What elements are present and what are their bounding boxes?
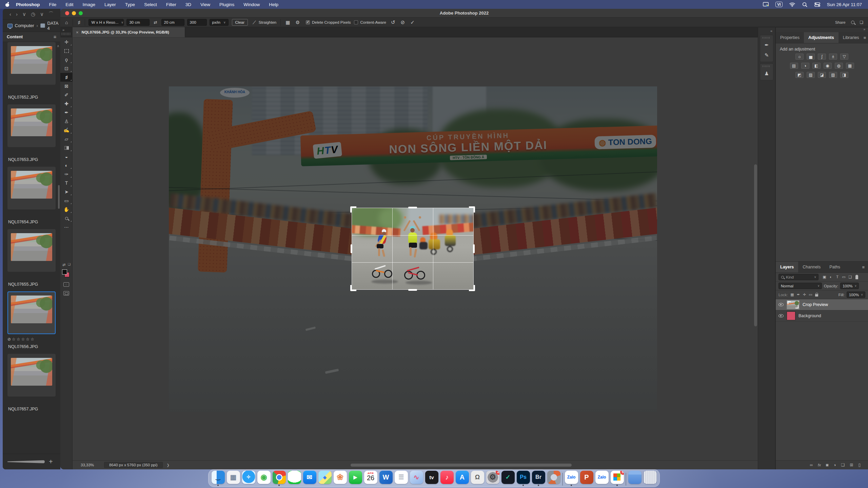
- tool-button[interactable]: ✐: [60, 90, 73, 99]
- crop-handle-top[interactable]: [408, 207, 417, 208]
- panel-tab[interactable]: Layers: [776, 262, 798, 272]
- menu-app-name[interactable]: Photoshop: [16, 2, 40, 7]
- dock-icon[interactable]: ‿: [211, 470, 225, 486]
- panel-tab[interactable]: Channels: [798, 262, 825, 272]
- layers-footer-icon[interactable]: ◙: [826, 463, 828, 467]
- adjustment-icon[interactable]: ◪: [818, 72, 826, 78]
- dock-icon[interactable]: [288, 470, 301, 486]
- document-tab[interactable]: × NQL07656.JPG @ 33,3% (Crop Preview, RG…: [73, 27, 185, 37]
- dock-icon[interactable]: ◆: [318, 470, 332, 486]
- panel-tab[interactable]: Libraries: [839, 32, 864, 43]
- layer-visibility-eye-icon[interactable]: [778, 314, 784, 318]
- dock-icon[interactable]: [628, 470, 642, 486]
- brush-settings-panel-icon[interactable]: ✒: [760, 40, 773, 50]
- layer-filter-icon[interactable]: ❑: [848, 275, 853, 279]
- rating-row[interactable]: [7, 87, 56, 93]
- adjustment-icon[interactable]: ▽: [840, 54, 848, 60]
- layers-footer-icon[interactable]: fx: [818, 463, 821, 467]
- swap-colors-icon[interactable]: ⇄: [62, 263, 65, 267]
- expand-panels-icon[interactable]: «: [758, 27, 775, 34]
- list-item[interactable]: NQL07655.JPG: [3, 229, 60, 287]
- panel-menu-icon[interactable]: ≡: [54, 34, 56, 40]
- close-document-icon[interactable]: ×: [76, 30, 79, 35]
- layer-filter-icon[interactable]: ▭: [841, 275, 846, 279]
- crop-handle-bottom[interactable]: [408, 289, 417, 291]
- adjustment-icon[interactable]: ◉: [824, 63, 832, 69]
- menu-item[interactable]: Window: [243, 2, 260, 7]
- resolution-unit-select[interactable]: px/in∨: [210, 19, 229, 26]
- delete-cropped-pixels-checkbox[interactable]: [306, 20, 310, 24]
- workspace-switcher-icon[interactable]: ❏: [860, 20, 863, 25]
- tool-button[interactable]: ▭: [60, 196, 73, 205]
- crop-handle-left[interactable]: [351, 244, 352, 253]
- adjustment-icon[interactable]: ◑: [801, 63, 809, 69]
- adjustment-icon[interactable]: ◍: [835, 63, 843, 69]
- dock-icon[interactable]: tv: [425, 470, 438, 486]
- foreground-color-swatch[interactable]: [62, 269, 67, 274]
- list-item[interactable]: NQL07653.JPG: [3, 104, 60, 162]
- menu-item[interactable]: Type: [125, 2, 135, 7]
- dock-icon[interactable]: ▦: [226, 470, 240, 486]
- zoom-level-field[interactable]: 33,33%: [81, 463, 94, 467]
- swap-dimensions-icon[interactable]: ⇄: [154, 20, 157, 24]
- tool-button[interactable]: ⊡: [60, 64, 73, 73]
- tool-button[interactable]: ▱: [60, 135, 73, 143]
- crop-tool-preset-icon[interactable]: ♯: [78, 20, 80, 25]
- list-item[interactable]: NQL07654.JPG: [3, 167, 60, 224]
- thumbnail-size-slider[interactable]: [7, 460, 45, 463]
- dock-icon[interactable]: APR 26: [364, 470, 377, 486]
- layer-filter-icon[interactable]: ▣: [822, 275, 827, 279]
- crop-preset-select[interactable]: W x H x Reso...∨: [88, 19, 124, 26]
- tool-button[interactable]: ➤: [60, 187, 73, 196]
- default-colors-icon[interactable]: ❏: [68, 263, 71, 266]
- bridge-toolbar-icon[interactable]: ◷: [31, 11, 35, 17]
- dock-icon[interactable]: ∿: [410, 470, 423, 486]
- crop-handle-right[interactable]: [473, 244, 475, 253]
- dock-icon[interactable]: Ω: [471, 470, 484, 486]
- dock-icon[interactable]: Ps: [516, 470, 530, 486]
- lock-icon[interactable]: ▭: [808, 292, 813, 297]
- brushes-panel-icon[interactable]: ✎: [760, 50, 773, 60]
- dock-icon[interactable]: ❀: [333, 470, 347, 486]
- crop-handle-top-left[interactable]: [350, 206, 356, 212]
- tool-button[interactable]: [60, 214, 73, 223]
- adjustment-icon[interactable]: ʃ: [818, 54, 826, 60]
- list-item[interactable]: ⊘☆☆☆☆☆ NQL07656.JPG: [3, 291, 60, 349]
- menu-clock[interactable]: Sun 26 Apr 11:07: [827, 2, 862, 7]
- layer-row[interactable]: Background: [776, 310, 868, 322]
- panel-tab[interactable]: Properties: [776, 32, 804, 43]
- cancel-crop-icon[interactable]: ⊘: [401, 20, 405, 25]
- straighten-label[interactable]: Straighten: [259, 20, 276, 24]
- horizontal-scrollbar[interactable]: [351, 464, 572, 467]
- tool-button[interactable]: T: [60, 179, 73, 187]
- dock-icon[interactable]: A: [455, 470, 469, 486]
- search-icon[interactable]: [802, 2, 808, 7]
- layers-footer-icon[interactable]: ❏: [841, 463, 845, 467]
- adjustment-icon[interactable]: ±: [829, 54, 837, 60]
- clear-button[interactable]: Clear: [232, 19, 248, 26]
- rating-row[interactable]: [7, 399, 56, 405]
- opacity-select[interactable]: 100%∨: [840, 283, 859, 289]
- adjustment-icon[interactable]: ◧: [812, 63, 821, 69]
- blend-mode-select[interactable]: Normal∨: [778, 283, 822, 289]
- panel-tab[interactable]: Adjustments: [804, 32, 839, 43]
- dock-icon[interactable]: [626, 471, 626, 486]
- dock-icon[interactable]: Br: [532, 470, 545, 486]
- tool-button[interactable]: ✍: [60, 126, 73, 135]
- content-tab[interactable]: Content: [7, 35, 23, 39]
- dock-icon[interactable]: ✧: [242, 470, 255, 486]
- crop-overlay-options-icon[interactable]: ▦: [285, 20, 290, 25]
- adjustment-icon[interactable]: ◨: [840, 72, 848, 78]
- toolbar-grip[interactable]: [62, 33, 71, 35]
- panel-menu-icon[interactable]: ≡: [862, 265, 868, 270]
- crop-settings-gear-icon[interactable]: ⚙: [296, 20, 300, 25]
- bridge-toolbar-icon[interactable]: ∨: [22, 11, 26, 17]
- vertical-scrollbar[interactable]: [754, 164, 757, 326]
- layer-thumbnail[interactable]: [787, 300, 800, 309]
- delete-cropped-pixels-label[interactable]: Delete Cropped Pixels: [312, 20, 351, 24]
- quick-mask-button[interactable]: ◌: [63, 282, 69, 287]
- bridge-toolbar-icon[interactable]: ›: [16, 11, 18, 17]
- list-item[interactable]: NQL07652.JPG: [3, 42, 60, 100]
- tool-button[interactable]: ✚: [60, 99, 73, 108]
- tool-button[interactable]: ♯: [60, 73, 73, 82]
